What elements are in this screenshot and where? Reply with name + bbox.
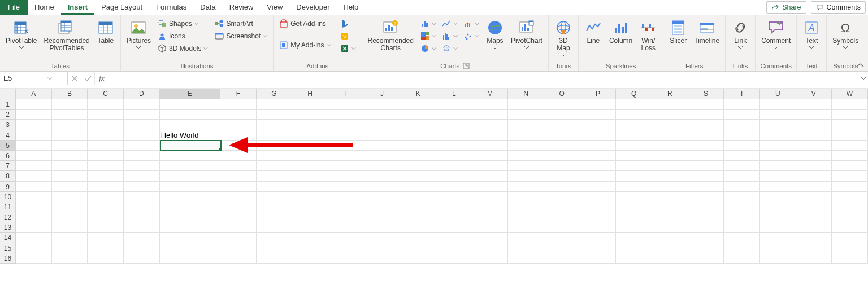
cell-I5[interactable] bbox=[328, 141, 364, 151]
cell-A9[interactable] bbox=[16, 182, 52, 192]
cell-D14[interactable] bbox=[124, 233, 160, 243]
cell-W4[interactable] bbox=[832, 130, 868, 141]
cell-C7[interactable] bbox=[88, 161, 124, 171]
cell-D7[interactable] bbox=[124, 161, 160, 171]
cell-K9[interactable] bbox=[400, 182, 436, 192]
column-header-O[interactable]: O bbox=[544, 89, 580, 99]
cell-K12[interactable] bbox=[400, 212, 436, 222]
cell-B14[interactable] bbox=[52, 233, 88, 243]
cell-O9[interactable] bbox=[544, 182, 580, 192]
cell-T16[interactable] bbox=[724, 253, 760, 264]
cell-I9[interactable] bbox=[328, 182, 364, 192]
cell-Q9[interactable] bbox=[616, 182, 652, 192]
row-header-11[interactable]: 11 bbox=[0, 202, 16, 212]
cell-J3[interactable] bbox=[364, 120, 401, 130]
cell-K3[interactable] bbox=[400, 120, 436, 130]
cell-U7[interactable] bbox=[760, 161, 796, 171]
cell-P15[interactable] bbox=[580, 243, 617, 253]
cell-H10[interactable] bbox=[292, 192, 328, 202]
column-header-D[interactable]: D bbox=[124, 89, 160, 99]
column-header-G[interactable]: G bbox=[257, 89, 293, 99]
enter-formula-button[interactable] bbox=[81, 72, 95, 85]
cell-G11[interactable] bbox=[257, 202, 293, 212]
column-header-P[interactable]: P bbox=[580, 89, 617, 99]
cell-I16[interactable] bbox=[328, 253, 364, 264]
select-all-corner[interactable] bbox=[0, 89, 16, 99]
cell-E2[interactable] bbox=[160, 110, 220, 120]
cell-W7[interactable] bbox=[832, 161, 868, 171]
cell-C2[interactable] bbox=[88, 110, 124, 120]
tab-help[interactable]: Help bbox=[337, 0, 366, 15]
cell-T13[interactable] bbox=[724, 222, 760, 233]
cell-E12[interactable] bbox=[160, 212, 220, 222]
cell-A16[interactable] bbox=[16, 253, 52, 264]
cell-O6[interactable] bbox=[544, 151, 580, 161]
cell-R4[interactable] bbox=[652, 130, 688, 141]
formula-input[interactable] bbox=[108, 72, 858, 85]
cell-T5[interactable] bbox=[724, 141, 760, 151]
cell-H5[interactable] bbox=[292, 141, 328, 151]
cell-J2[interactable] bbox=[364, 110, 401, 120]
sparkline-winloss-button[interactable]: Win/Loss bbox=[637, 18, 659, 52]
cell-L7[interactable] bbox=[436, 161, 472, 171]
cell-A11[interactable] bbox=[16, 202, 52, 212]
column-header-H[interactable]: H bbox=[292, 89, 328, 99]
cell-M5[interactable] bbox=[472, 141, 509, 151]
cell-B2[interactable] bbox=[52, 110, 88, 120]
cell-G4[interactable] bbox=[257, 130, 293, 141]
tab-page-layout[interactable]: Page Layout bbox=[94, 0, 149, 15]
row-header-5[interactable]: 5 bbox=[0, 141, 16, 151]
cell-E7[interactable] bbox=[160, 161, 220, 171]
cell-I8[interactable] bbox=[328, 171, 364, 181]
tab-developer[interactable]: Developer bbox=[289, 0, 336, 15]
cell-T3[interactable] bbox=[724, 120, 760, 130]
cell-F7[interactable] bbox=[220, 161, 257, 171]
cell-B15[interactable] bbox=[52, 243, 88, 253]
cell-F11[interactable] bbox=[220, 202, 257, 212]
cell-I7[interactable] bbox=[328, 161, 364, 171]
cell-D16[interactable] bbox=[124, 253, 160, 264]
cell-P3[interactable] bbox=[580, 120, 617, 130]
cell-S6[interactable] bbox=[688, 151, 724, 161]
cell-P7[interactable] bbox=[580, 161, 617, 171]
cell-T4[interactable] bbox=[724, 130, 760, 141]
cell-T6[interactable] bbox=[724, 151, 760, 161]
cancel-formula-button[interactable] bbox=[68, 72, 81, 85]
cell-D8[interactable] bbox=[124, 171, 160, 181]
cell-G12[interactable] bbox=[257, 212, 293, 222]
cell-R3[interactable] bbox=[652, 120, 688, 130]
cell-H3[interactable] bbox=[292, 120, 328, 130]
cell-J10[interactable] bbox=[364, 192, 401, 202]
cell-R16[interactable] bbox=[652, 253, 688, 264]
cell-Q5[interactable] bbox=[616, 141, 652, 151]
cell-C11[interactable] bbox=[88, 202, 124, 212]
cell-D5[interactable] bbox=[124, 141, 160, 151]
cell-G9[interactable] bbox=[257, 182, 293, 192]
cell-U1[interactable] bbox=[760, 99, 796, 110]
cell-K10[interactable] bbox=[400, 192, 436, 202]
cell-P10[interactable] bbox=[580, 192, 617, 202]
cell-U11[interactable] bbox=[760, 202, 796, 212]
row-header-10[interactable]: 10 bbox=[0, 192, 16, 202]
column-header-U[interactable]: U bbox=[760, 89, 796, 99]
cell-E3[interactable] bbox=[160, 120, 220, 130]
cell-M13[interactable] bbox=[472, 222, 509, 233]
cell-M4[interactable] bbox=[472, 130, 509, 141]
cell-P11[interactable] bbox=[580, 202, 617, 212]
cell-T15[interactable] bbox=[724, 243, 760, 253]
cell-S15[interactable] bbox=[688, 243, 724, 253]
cell-D13[interactable] bbox=[124, 222, 160, 233]
cell-M12[interactable] bbox=[472, 212, 509, 222]
cell-T12[interactable] bbox=[724, 212, 760, 222]
cell-T1[interactable] bbox=[724, 99, 760, 110]
line-chart-button[interactable] bbox=[440, 18, 460, 30]
cell-L2[interactable] bbox=[436, 110, 472, 120]
cell-R14[interactable] bbox=[652, 233, 688, 243]
cell-M7[interactable] bbox=[472, 161, 509, 171]
cell-R8[interactable] bbox=[652, 171, 688, 181]
cell-Q4[interactable] bbox=[616, 130, 652, 141]
table-button[interactable]: Table bbox=[94, 18, 117, 45]
cell-U14[interactable] bbox=[760, 233, 796, 243]
cell-I15[interactable] bbox=[328, 243, 364, 253]
cell-G2[interactable] bbox=[257, 110, 293, 120]
